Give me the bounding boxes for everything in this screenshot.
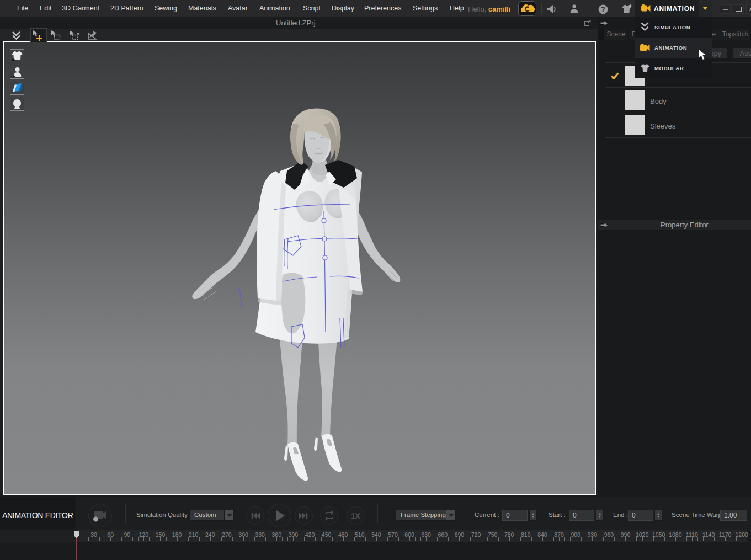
svg-text:?: ?	[601, 6, 605, 13]
